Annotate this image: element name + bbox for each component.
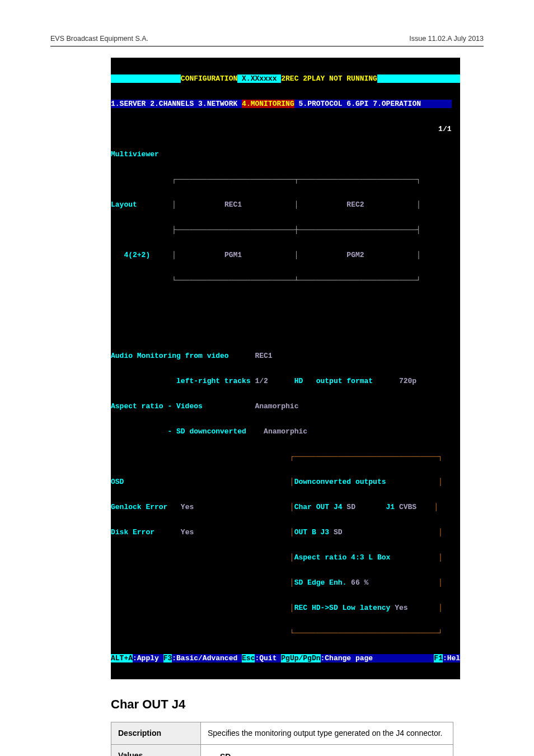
grid-rec1: REC1 [224,200,242,209]
key-pgup: PgUp/PgDn [281,654,320,662]
lr-tracks-label: left-right tracks [176,377,251,385]
aspect-v1: Anamorphic [255,402,298,410]
aspect-v2: Anamorphic [264,427,307,436]
key-alt-a: ALT+A [111,654,133,662]
tab-monitoring: 4.MONITORING [242,100,294,108]
key-f3-text: :Basic/Advanced [172,654,242,662]
term-title: CONFIGURATION [181,74,237,83]
tab-gpi: 6.GPI [346,100,368,108]
grid-pgm1: PGM1 [224,251,242,259]
j1-label: J1 [386,503,395,511]
key-f1: F1 [434,654,443,662]
key-esc: Esc [242,654,255,662]
key-f1-text: :Help [443,654,460,662]
key-pgup-text: :Change page [321,654,373,662]
genlock-value: Yes [181,503,194,511]
hd-label: HD [294,377,303,385]
out-b-j3-value: SD [334,528,343,536]
desc-label: Description [111,722,201,745]
term-page-indicator: 1/1 [438,125,451,133]
dco-title: Downconverted outputs [294,478,386,486]
tab-server: 1.SERVER [111,100,146,108]
disk-error-label: Disk Error [111,528,154,536]
layout-label: Layout [111,200,137,209]
output-format-value: 720p [399,377,416,385]
tab-operation: 7.OPERATION [373,100,421,108]
audio-mon-value: REC1 [255,352,272,360]
document-page: EVS Broadcast Equipment S.A. Issue 11.02… [0,0,534,756]
tab-protocol: 5.PROTOCOL [299,100,343,108]
low-latency-value: Yes [395,604,407,612]
lr-tracks-value: 1/2 [255,377,268,385]
term-status: 2REC 2PLAY NOT RUNNING [281,74,377,83]
osd-title: OSD [111,478,124,486]
key-f3: F3 [163,654,172,662]
aspect-label: Aspect ratio - Videos [111,402,203,410]
tab-network: 3.NETWORK [198,100,237,108]
layout-value: 4(2+2) [124,251,150,259]
page-content: CONFIGURATION X.XXxxxx 2REC 2PLAY NOT RU… [50,46,484,756]
grid-rec2: REC2 [346,200,364,209]
values-label: Values [111,744,201,756]
sd-edge-value: 66 % [351,578,368,587]
aspect-sd-label: - SD downconverted [167,427,246,436]
tab-channels: 2.CHANNELS [150,100,194,108]
low-latency-label: REC HD->SD Low latency [294,604,391,612]
section-char-out-j4-title: Char OUT J4 [111,697,438,712]
char-out-j4-val: SD [346,503,355,511]
genlock-label: Genlock Error [111,503,167,511]
j1-value: CVBS [399,503,416,511]
audio-mon-label: Audio Monitoring from video [111,352,229,360]
disk-error-value: Yes [181,528,194,536]
table-char-out-j4: Description Specifies the monitoring out… [111,722,453,756]
char-out-j4-label: Char OUT J4 [294,503,343,511]
output-format-label: output format [316,377,373,385]
value-sd: SD [220,752,446,756]
term-subtab: Multiviewer [111,150,159,158]
out-b-j3-label: OUT B J3 [294,528,329,536]
sd-edge-label: SD Edge Enh. [294,578,347,587]
desc-text: Specifies the monitoring output type gen… [201,722,453,745]
key-alt-a-text: :Apply [133,654,163,662]
header-left: EVS Broadcast Equipment S.A. [50,35,148,43]
dc-aspect: Aspect ratio 4:3 L Box [294,553,391,562]
terminal-screenshot: CONFIGURATION X.XXxxxx 2REC 2PLAY NOT RU… [111,58,460,679]
header-right: Issue 11.02.A July 2013 [409,35,484,43]
grid-pgm2: PGM2 [346,251,364,259]
key-esc-text: :Quit [255,654,281,662]
page-header: EVS Broadcast Equipment S.A. Issue 11.02… [50,35,484,46]
